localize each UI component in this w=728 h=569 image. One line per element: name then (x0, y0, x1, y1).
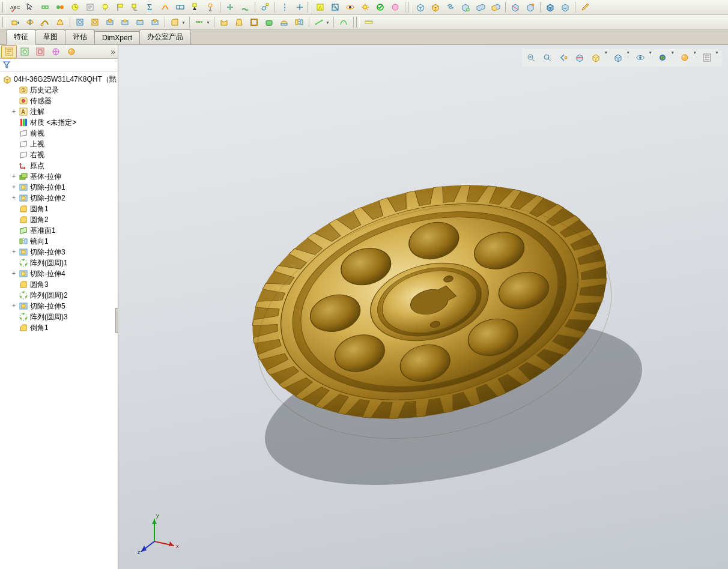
tree-item[interactable]: 圆角1 (0, 203, 118, 214)
tree-item[interactable]: +A注解 (0, 106, 118, 117)
tab-features[interactable]: 特征 (6, 29, 36, 45)
tree-item[interactable]: +基体-拉伸 (0, 171, 118, 182)
tb-sun-icon[interactable] (358, 0, 372, 14)
tree-item[interactable]: 材质 <未指定> (0, 117, 118, 128)
tree-item[interactable]: 镜向1 (0, 236, 118, 247)
tb-hole-wizard[interactable] (73, 15, 87, 29)
tb-flag-icon[interactable] (113, 0, 127, 14)
tb-balloon-icon[interactable] (98, 0, 112, 14)
tree-item[interactable]: 阵列(圆周)2 (0, 290, 118, 301)
tree-item[interactable]: 原点 (0, 160, 118, 171)
tb-cube-multi2[interactable] (488, 0, 503, 14)
tb-note-icon[interactable] (83, 0, 97, 14)
tb-refgeo[interactable] (312, 15, 326, 29)
tb-cube-amber[interactable] (428, 0, 443, 14)
tb-sweep-icon[interactable] (38, 15, 52, 29)
tb-rib[interactable] (217, 15, 231, 29)
tree-filter[interactable] (0, 59, 118, 71)
manager-tab-tree[interactable] (1, 45, 17, 58)
tree-item[interactable]: 前视 (0, 128, 118, 139)
vt-section[interactable] (572, 50, 587, 65)
tb-dimension[interactable] (38, 0, 52, 14)
tb-cube-multi[interactable] (473, 0, 488, 14)
tb-block-icon[interactable]: A (313, 0, 327, 14)
tb-cut-rev[interactable] (118, 15, 132, 29)
tree-item[interactable]: +切除-拉伸3 (0, 247, 118, 257)
tree-item[interactable]: +切除-拉伸5 (0, 301, 118, 312)
tb-cubes-stack[interactable] (443, 0, 458, 14)
tb-curve[interactable] (336, 15, 351, 29)
tb-select[interactable] (23, 0, 37, 14)
tb-color-balloons[interactable] (53, 0, 67, 14)
graphics-view[interactable]: ▼ ▼ ▼ ▼ ▼ ▼ (118, 45, 728, 569)
tree-item[interactable]: 传感器 (0, 95, 118, 106)
tb-cut-ext[interactable] (103, 15, 117, 29)
vt-settings[interactable] (700, 50, 714, 65)
tree-item[interactable]: 阵列(圆周)1 (0, 257, 118, 268)
tb-dome[interactable] (277, 15, 291, 29)
vt-scene[interactable] (678, 50, 692, 65)
tb-loft-icon[interactable] (53, 15, 67, 29)
tb-caterpillar[interactable] (238, 0, 252, 14)
tb-centerline[interactable] (278, 0, 292, 14)
tab-evaluate[interactable]: 评估 (65, 29, 95, 44)
tree-item[interactable]: +切除-拉伸2 (0, 193, 118, 203)
toolbar-grip[interactable] (308, 2, 311, 13)
tb-cube-wave[interactable] (558, 0, 572, 14)
tb-cube-light[interactable] (413, 0, 428, 14)
tb-cube-merge[interactable] (523, 0, 538, 14)
tab-office[interactable]: 办公室产品 (139, 29, 191, 44)
toolbar-grip[interactable] (356, 17, 360, 28)
tb-rev-icon[interactable] (23, 15, 37, 29)
manager-tab-display[interactable] (64, 45, 79, 58)
toolbar-grip[interactable] (2, 17, 6, 28)
manager-flyout-chevron[interactable]: » (111, 47, 115, 56)
vt-zoomarea[interactable] (540, 50, 554, 65)
tb-fillet[interactable] (168, 15, 182, 29)
toolbar-grip[interactable] (408, 2, 411, 13)
tb-cube-solid[interactable] (543, 0, 557, 14)
tab-dimxpert[interactable]: DimXpert (94, 31, 140, 44)
tree-root[interactable]: 04H-36G25W31L47K8QHT（黙 (0, 74, 118, 85)
tb-gtol-icon[interactable] (173, 0, 187, 14)
tb-cube-add[interactable] (458, 0, 473, 14)
manager-tab-config[interactable] (32, 45, 48, 58)
manager-tab-dimx[interactable] (48, 45, 64, 58)
tree-item[interactable]: 圆角3 (0, 279, 118, 290)
tb-eye-icon[interactable] (343, 0, 357, 14)
tb-pencil-icon[interactable] (578, 0, 592, 14)
vt-appearance[interactable] (655, 50, 670, 65)
vt-displaystyle[interactable] (611, 50, 625, 65)
tb-target-icon[interactable] (203, 0, 217, 14)
tb-balloon-pink[interactable] (388, 0, 402, 14)
tb-hole-simple[interactable] (88, 15, 102, 29)
tree-item[interactable]: 圆角2 (0, 214, 118, 225)
tb-draft[interactable] (232, 15, 246, 29)
tb-datum-icon[interactable] (128, 0, 142, 14)
tb-circle-check[interactable] (373, 0, 387, 14)
tb-centermark[interactable] (293, 0, 307, 14)
tb-datum-feature[interactable] (188, 0, 202, 14)
tree-item[interactable]: 右视 (0, 149, 118, 160)
tb-finish-icon[interactable] (158, 0, 172, 14)
vt-zoomfit[interactable] (524, 50, 538, 65)
tree-item[interactable]: +切除-拉伸4 (0, 268, 118, 279)
tb-pattern-linear[interactable] (192, 15, 207, 29)
manager-tab-props[interactable] (17, 45, 32, 58)
tb-spellcheck[interactable]: ABC (8, 0, 22, 14)
tb-cut-loft[interactable] (148, 15, 162, 29)
tab-sketch[interactable]: 草图 (35, 29, 65, 44)
tb-shell[interactable] (247, 15, 261, 29)
tb-measure-icon[interactable] (362, 15, 376, 29)
tree-item[interactable]: 历史记录 (0, 85, 118, 95)
toolbar-grip[interactable] (2, 2, 6, 13)
tree-item[interactable]: 倒角1 (0, 322, 118, 333)
tree-item[interactable]: 上视 (0, 139, 118, 149)
tb-ext-icon[interactable] (8, 15, 22, 29)
vt-prev[interactable] (556, 50, 571, 65)
tree-item[interactable]: 基准面1 (0, 225, 118, 236)
tb-sigma-icon[interactable]: Σ (143, 0, 157, 14)
tb-area-hatch[interactable] (328, 0, 342, 14)
tb-wrap[interactable] (262, 15, 276, 29)
vt-hideshow[interactable] (633, 50, 648, 65)
